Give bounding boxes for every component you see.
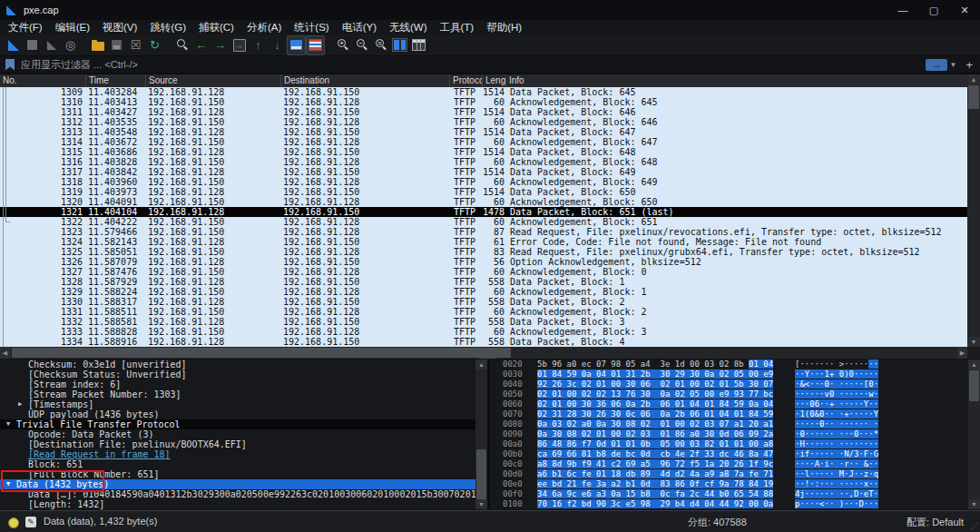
packet-row[interactable]: 131611.403828192.168.91.150192.168.91.12… [0,157,967,167]
close-button[interactable]: ✕ [949,0,980,20]
status-profile[interactable]: 配置: Default [906,516,964,529]
colorize-icon[interactable] [306,35,325,55]
display-filter-input[interactable]: 应用显示过滤器 ... <Ctrl-/> [21,56,926,73]
packet-row[interactable]: 133011.588317192.168.91.128192.168.91.15… [0,297,967,307]
detail-line[interactable]: [Checksum Status: Unverified] [0,369,487,379]
add-filter-button[interactable]: + [965,58,973,72]
zoom-in-icon[interactable]: + [333,35,352,55]
window-resize-grip[interactable]: ⋰ [970,521,978,530]
menu-item-5[interactable]: 分析(A) [240,20,288,34]
display-columns-icon[interactable] [409,35,428,55]
detail-line[interactable]: [Stream Packet Number: 1303] [0,389,487,399]
menu-item-9[interactable]: 工具(T) [434,20,481,34]
expanded-arrow-icon[interactable]: ▼ [6,419,10,429]
packet-row[interactable]: 131111.403427192.168.91.128192.168.91.15… [0,107,967,117]
detail-line[interactable]: ▼Trivial File Transfer Protocol [0,419,487,429]
detail-line[interactable]: ▶[Timestamps] [0,399,487,409]
scroll-right-button[interactable]: ▶ [957,347,967,359]
maximize-button[interactable]: ▢ [918,0,949,20]
collapsed-arrow-icon[interactable]: ▶ [18,399,22,409]
details-scroll-down-button[interactable]: ▼ [475,499,487,509]
detail-line[interactable]: Opcode: Data Packet (3) [0,429,487,439]
packet-row[interactable]: 132611.587079192.168.91.128192.168.91.15… [0,257,967,267]
packet-row[interactable]: 131911.403973192.168.91.128192.168.91.15… [0,187,967,197]
hex-row[interactable]: 00800a 03 02 a0 0a 30 08 02 01 00 02 03 … [490,419,969,429]
detail-line[interactable]: Checksum: 0x3e1d [unverified] [0,360,487,369]
hex-scroll-down-button[interactable]: ▼ [968,499,980,509]
packet-row[interactable]: 132511.585051192.168.91.150192.168.91.12… [0,247,967,257]
hex-row[interactable]: 006002 01 00 30 36 06 0a 2b 06 01 04 01 … [490,399,969,409]
scroll-up-button[interactable]: ▲ [967,74,980,84]
go-back-icon[interactable]: ← [191,35,211,55]
detail-line[interactable]: [Stream index: 6] [0,379,487,389]
packet-list-vscrollbar[interactable] [967,74,980,347]
column-header-info[interactable]: Info [506,74,967,87]
stop-capture-icon[interactable] [23,35,42,55]
hex-row[interactable]: 003001 84 59 0a 04 01 31 2b 30 29 30 0a … [490,369,969,379]
menu-item-8[interactable]: 无线(W) [383,20,434,34]
scroll-down-button[interactable]: ▼ [967,337,980,347]
minimize-button[interactable]: — [887,0,918,20]
go-last-packet-icon[interactable]: ↓ [268,35,287,55]
column-header-protocol[interactable]: Protocol [450,74,483,87]
packet-row[interactable]: 132011.404091192.168.91.150192.168.91.12… [0,197,967,207]
resize-columns-icon[interactable] [390,35,409,55]
detail-line[interactable]: [Destination File: pxelinux/BOOTX64.EFI] [0,439,487,449]
reload-file-icon[interactable]: ↻ [145,35,164,55]
scroll-left-button[interactable]: ◀ [0,347,10,359]
menu-item-2[interactable]: 视图(V) [96,20,143,34]
hex-vscroll-thumb[interactable] [969,370,979,401]
packet-row[interactable]: 130911.403284192.168.91.128192.168.91.15… [0,87,967,97]
hex-row[interactable]: 00205b 96 a0 ec 07 98 05 a4 3e 1d 00 03 … [490,360,969,369]
packet-row[interactable]: 131711.403842192.168.91.128192.168.91.15… [0,167,967,177]
go-first-packet-icon[interactable]: ↑ [249,35,268,55]
hex-row[interactable]: 00900a 30 08 02 01 00 02 03 01 86 a0 30 … [490,429,969,439]
zoom-out-icon[interactable]: − [352,35,371,55]
packet-row[interactable]: 131211.403535192.168.91.150192.168.91.12… [0,117,967,127]
capture-comment-icon[interactable]: ✎ [25,517,36,527]
start-capture-icon[interactable] [4,35,23,55]
detail-line[interactable]: [Read Request in frame 18] [0,449,487,459]
auto-scroll-icon[interactable] [287,35,306,55]
packet-row[interactable]: 132811.587929192.168.91.128192.168.91.15… [0,277,967,287]
save-file-icon[interactable] [107,35,126,55]
packet-row[interactable]: 132711.587476192.168.91.150192.168.91.12… [0,267,967,277]
filter-dropdown-caret-icon[interactable]: ▼ [949,61,956,69]
expert-info-icon[interactable] [8,517,19,528]
details-vscroll-thumb[interactable] [476,449,486,499]
go-forward-icon[interactable]: → [211,35,230,55]
column-header-length[interactable]: Length [483,74,506,87]
hex-scroll-up-button[interactable]: ▲ [968,360,980,369]
packet-row[interactable]: 132311.579466192.168.91.150192.168.91.12… [0,227,967,237]
packet-row[interactable]: 131011.403413192.168.91.150192.168.91.12… [0,97,967,107]
details-scroll-up-button[interactable]: ▲ [475,360,487,369]
packet-row[interactable]: 131811.403960192.168.91.150192.168.91.12… [0,177,967,187]
packet-list-vscroll-thumb[interactable] [968,85,979,109]
apply-filter-button[interactable]: → [926,59,947,71]
packet-row[interactable]: 133211.588581192.168.91.128192.168.91.15… [0,317,967,327]
hex-row[interactable]: 010070 16 f2 bd 90 3c e5 98 29 b4 d4 04 … [490,499,969,509]
column-header-time[interactable]: Time [86,74,146,87]
menu-item-6[interactable]: 统计(S) [288,20,335,34]
hex-row[interactable]: 005002 01 00 02 02 13 76 30 0a 02 05 00 … [490,389,969,399]
detail-line[interactable]: [Length: 1432] [0,499,487,509]
column-header-destination[interactable]: Destination [281,74,450,87]
menu-item-0[interactable]: 文件(F) [2,20,49,34]
packet-list-hscroll-thumb[interactable] [12,348,511,358]
filter-bookmark-icon[interactable] [5,59,15,71]
detail-line[interactable]: UDP payload (1436 bytes) [0,409,487,419]
menu-item-4[interactable]: 捕获(C) [192,20,240,34]
packet-row[interactable]: 131511.403686192.168.91.128192.168.91.15… [0,147,967,157]
hex-row[interactable]: 00a086 48 86 f7 0d 01 01 0b 05 00 03 82 … [490,439,969,449]
detail-line[interactable]: Block: 651 [0,459,487,469]
menu-item-1[interactable]: 编辑(E) [49,20,96,34]
close-file-icon[interactable]: ☒ [126,35,145,55]
packet-row[interactable]: 132111.404104192.168.91.128192.168.91.15… [0,207,967,217]
open-file-icon[interactable] [88,35,107,55]
packet-row[interactable]: 131311.403548192.168.91.128192.168.91.15… [0,127,967,137]
column-header-no[interactable]: No. [0,74,86,87]
zoom-original-icon[interactable]: = [371,35,390,55]
packet-row[interactable]: 133411.588916192.168.91.128192.168.91.15… [0,337,967,347]
packet-row[interactable]: 132211.404222192.168.91.150192.168.91.12… [0,217,967,227]
hex-row[interactable]: 00e0ee bd 21 fe 3a a2 b1 0d 83 86 0f cf … [490,479,969,489]
